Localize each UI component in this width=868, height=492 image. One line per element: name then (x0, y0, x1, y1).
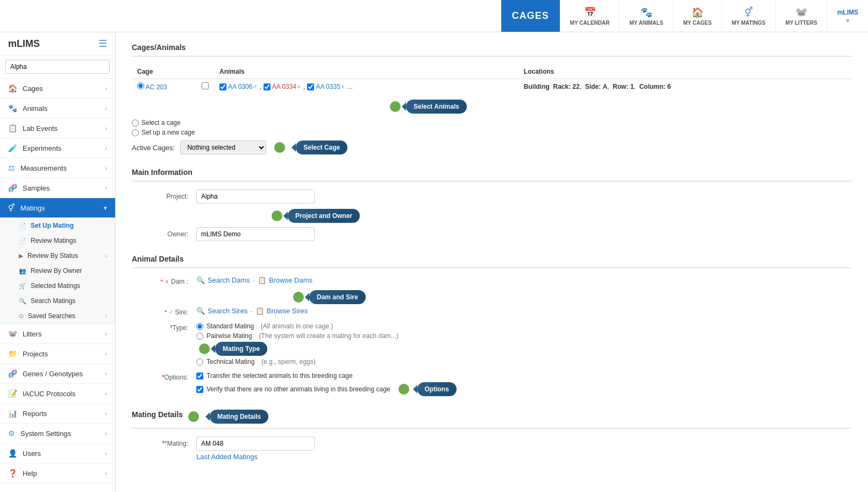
animal-1-checkbox[interactable] (219, 83, 226, 90)
nav-my-calendar[interactable]: 📅 MY CALENDAR (560, 0, 620, 32)
matings-chevron: ▾ (104, 205, 107, 212)
nav-matings-label: MY MATINGS (731, 20, 765, 26)
cage-link[interactable]: AC 203 (146, 83, 167, 91)
sidebar-item-cages[interactable]: 🏠 Cages › (0, 79, 115, 99)
sub-saved-searches[interactable]: ⊙ Saved Searches › (0, 308, 115, 324)
sidebar-item-litters[interactable]: 🐭 Litters › (0, 324, 115, 344)
matings-nav-icon: ⚥ (8, 203, 15, 212)
experiments-icon: 🧪 (8, 144, 17, 152)
litters-icon: 🐭 (795, 6, 807, 18)
type-standard-radio[interactable] (196, 323, 203, 330)
nav-my-cages[interactable]: 🏠 MY CAGES (673, 0, 721, 32)
animal-3-link[interactable]: AA 0335♀ (316, 83, 345, 90)
mating-details-bubble: Mating Details (210, 410, 268, 424)
nav-my-litters[interactable]: 🐭 MY LITTERS (775, 0, 827, 32)
sidebar-item-animals[interactable]: 🐾 Animals › (0, 99, 115, 118)
users-icon: 👤 (8, 449, 17, 458)
sub-selected-matings-label: Selected Matings (31, 282, 80, 290)
type-technical-label: Technical Mating (207, 358, 258, 366)
animal-2-link[interactable]: AA 0334♀ (272, 83, 301, 90)
sidebar-item-experiments[interactable]: 🧪 Experiments › (0, 138, 115, 158)
select-cage-radio[interactable] (132, 120, 139, 126)
mating-details-section: Mating Details Mating Details **Mating: … (132, 410, 852, 461)
type-pairwise-radio[interactable] (196, 333, 203, 340)
option-verify-checkbox[interactable] (196, 386, 203, 393)
animals-checkbox[interactable] (202, 82, 209, 89)
type-standard-label: Standard Mating (207, 322, 258, 330)
sub-search-matings-label: Search Matings (31, 297, 75, 305)
type-pairwise-label: Pairwise Mating (207, 332, 255, 340)
sub-saved-searches-label: Saved Searches (28, 312, 75, 320)
owner-input[interactable] (196, 227, 315, 241)
project-row: Project: (132, 189, 852, 203)
owner-label: Owner: (132, 227, 196, 238)
type-technical-note: (e.g., sperm, eggs) (261, 358, 316, 366)
animal-details-title: Animal Details (132, 255, 852, 268)
sub-setup-mating[interactable]: 📄 Set Up Mating (0, 218, 115, 233)
sidebar-item-projects[interactable]: 📁 Projects › (0, 344, 115, 364)
new-cage-radio[interactable] (132, 129, 139, 136)
browse-sires-link[interactable]: Browse Sires (267, 307, 308, 315)
sub-search-matings[interactable]: 🔍 Search Matings (0, 293, 115, 308)
browse-dams-link[interactable]: Browse Dams (269, 276, 312, 284)
mating-type-bubble: Mating Type (215, 342, 267, 356)
sidebar-item-users[interactable]: 👤 Users › (0, 444, 115, 463)
animal-1-link[interactable]: AA 0306♂ (228, 83, 257, 90)
sidebar-animals-label: Animals (23, 104, 105, 113)
sidebar-item-genes[interactable]: 🧬 Genes / Genotypes › (0, 364, 115, 384)
active-cages-select[interactable]: Nothing selected (180, 140, 266, 154)
sidebar-search-input[interactable] (5, 60, 110, 74)
sub-review-by-owner[interactable]: 👥 Review By Owner (0, 263, 115, 278)
dam-row: * ♀ Dam : 🔍 Search Dams - 📋 Browse Dams (132, 276, 852, 285)
sidebar: mLIMS ☰ 🏠 Cages › 🐾 Animals › 📋 Lab Even… (0, 32, 116, 492)
cage-cell: AC 203 (132, 79, 196, 95)
animal-2-checkbox[interactable] (264, 83, 271, 90)
calendar-icon: 📅 (584, 6, 596, 18)
nav-my-animals[interactable]: 🐾 MY ANIMALS (619, 0, 673, 32)
sub-review-matings[interactable]: 📄 Review Matings (0, 233, 115, 248)
review-status-chevron: › (105, 253, 107, 259)
sidebar-item-iacuc[interactable]: 📝 IACUC Protocols › (0, 384, 115, 404)
sidebar-item-settings[interactable]: ⚙ System Settings › (0, 424, 115, 444)
sub-review-status-label: Review By Status (27, 252, 78, 259)
search-matings-icon: 🔍 (19, 298, 26, 305)
sidebar-item-reports[interactable]: 📊 Reports › (0, 404, 115, 424)
nav-user[interactable]: mLIMS ▼ (827, 0, 868, 32)
sidebar-users-label: Users (23, 449, 105, 458)
iacuc-icon: 📝 (8, 389, 17, 398)
cage-radio[interactable] (137, 82, 144, 89)
mating-input[interactable] (196, 437, 315, 451)
top-bar: CAGES 📅 MY CALENDAR 🐾 MY ANIMALS 🏠 MY CA… (0, 0, 868, 32)
projects-icon: 📁 (8, 349, 17, 358)
experiments-chevron: › (105, 145, 107, 151)
project-owner-tooltip-wrapper: Project and Owner (272, 209, 852, 223)
type-technical-radio[interactable] (196, 359, 203, 366)
animal-3-checkbox[interactable] (307, 83, 314, 90)
new-cage-radio-row: Set up a new cage (132, 129, 852, 136)
search-sires-link[interactable]: Search Sires (208, 307, 247, 315)
nav-my-matings[interactable]: ⚥ MY MATINGS (721, 0, 775, 32)
sidebar-measurements-label: Measurements (20, 164, 105, 172)
mating-label: **Mating: (132, 437, 196, 447)
sidebar-item-measurements[interactable]: ⚖ Measurements › (0, 158, 115, 178)
option-transfer-checkbox[interactable] (196, 372, 203, 379)
sub-review-by-status[interactable]: ▶ Review By Status › (0, 248, 115, 263)
sidebar-iacuc-label: IACUC Protocols (23, 390, 105, 398)
sidebar-item-samples[interactable]: 🧬 Samples › (0, 178, 115, 198)
sidebar-matings-label: Matings (20, 204, 104, 212)
options-dot (399, 384, 409, 395)
sidebar-item-lab-events[interactable]: 📋 Lab Events › (0, 118, 115, 138)
sidebar-item-help[interactable]: ❓ Help › (0, 463, 115, 483)
sidebar-item-matings[interactable]: ⚥ Matings ▾ (0, 198, 115, 218)
sidebar-settings-label: System Settings (20, 430, 105, 438)
search-dams-link[interactable]: Search Dams (208, 276, 250, 284)
project-input[interactable] (196, 189, 315, 203)
search-sires-icon: 🔍 (196, 307, 205, 315)
cages-chevron: › (105, 85, 107, 92)
sub-selected-matings[interactable]: 🛒 Selected Matings (0, 278, 115, 293)
last-added-link[interactable]: Last Added Matings (196, 453, 258, 461)
menu-icon[interactable]: ☰ (98, 38, 107, 50)
sire-separator: - (250, 307, 252, 315)
cage-radio-group: Select a cage Set up a new cage (132, 119, 852, 136)
select-animals-dot (390, 101, 401, 112)
